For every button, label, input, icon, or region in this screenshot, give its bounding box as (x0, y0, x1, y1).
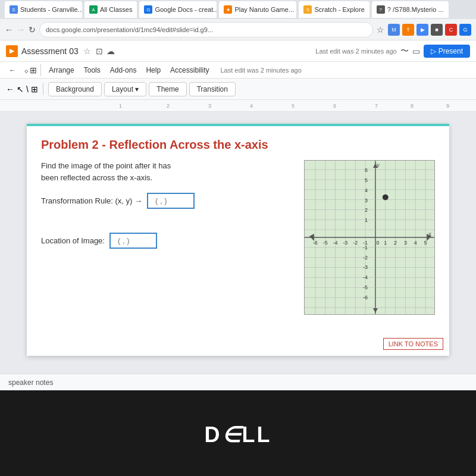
ruler-mark-3: 3 (208, 103, 211, 109)
svg-text:2: 2 (365, 207, 368, 213)
svg-text:6: 6 (365, 167, 368, 173)
svg-text:-6: -6 (363, 295, 368, 300)
bookmark-icon[interactable]: ☆ (377, 25, 384, 35)
tab-google-docs[interactable]: G Google Docs - creat... (139, 1, 217, 18)
svg-text:5: 5 (365, 177, 368, 183)
dell-e-letter: ∈ (222, 422, 242, 447)
tab-all-classes[interactable]: A All Classes (84, 1, 137, 18)
tab-favicon-scratch: S (303, 5, 312, 14)
grid-container: x y 1 2 3 4 5 6 -1 -2 -3 -4 (304, 160, 435, 315)
speaker-notes-bar[interactable]: speaker notes (0, 374, 476, 390)
ext-icon-3[interactable]: ▶ (416, 24, 428, 36)
toolbar-divider-1 (43, 83, 43, 95)
svg-text:-4: -4 (333, 240, 338, 246)
svg-text:-2: -2 (363, 255, 368, 261)
theme-button[interactable]: Theme (149, 82, 186, 96)
slides-app-bar: ▶ Assessment 03 ☆ ⊡ ☁ Last edit was 2 mi… (0, 40, 476, 62)
problem-line-1: Find the image of the point after it has (41, 161, 171, 170)
slides-title: Assessment 03 (21, 46, 79, 56)
layout-button[interactable]: Layout ▾ (104, 82, 146, 96)
ruler: 1 2 3 4 5 6 7 8 9 (0, 100, 476, 112)
link-to-notes-button[interactable]: LINK TO NOTES (383, 338, 443, 350)
url-bar[interactable]: docs.google.com/presentation/d/1mc94/edi… (39, 22, 373, 37)
slide-right: x y 1 2 3 4 5 6 -1 -2 -3 -4 (304, 160, 435, 315)
tab-bar: S Students - Granville... A All Classes … (0, 0, 476, 19)
location-row: Location of Image: ( , ) (41, 233, 292, 249)
slides-logo: ▶ (6, 45, 18, 57)
tab-label-scratch: Scratch - Explore (314, 6, 364, 13)
last-edit-text: Last edit was 2 minutes ago (315, 48, 396, 55)
url-text: docs.google.com/presentation/d/1mc94/edi… (46, 26, 213, 33)
ext-icon-6[interactable]: G (459, 24, 471, 36)
menu-help[interactable]: Help (142, 64, 165, 76)
svg-text:-5: -5 (363, 284, 368, 290)
menu-addons[interactable]: Add-ons (106, 64, 141, 76)
svg-text:1: 1 (365, 217, 368, 223)
ext-icon-2[interactable]: T (402, 24, 414, 36)
menu-toolbar-icon[interactable]: ← (5, 64, 20, 76)
svg-text:-6: -6 (313, 240, 318, 246)
svg-text:-2: -2 (353, 240, 358, 246)
plus-box-icon[interactable]: ⊞ (31, 84, 38, 94)
tab-label-docs: Google Docs - creat... (155, 6, 217, 13)
present-button[interactable]: ▷ Present (424, 45, 470, 58)
svg-text:4: 4 (365, 187, 368, 193)
slides-folder-icon[interactable]: ⊡ (96, 46, 103, 56)
transformation-answer: ( , ) (155, 196, 167, 205)
dell-area: D∈LL (0, 390, 476, 476)
slides-star-icon[interactable]: ☆ (83, 46, 91, 56)
svg-text:0: 0 (376, 240, 379, 246)
location-answer: ( , ) (118, 236, 130, 245)
data-point (383, 195, 389, 201)
location-label: Location of Image: (41, 236, 105, 245)
transformation-answer-box[interactable]: ( , ) (147, 193, 195, 209)
ext-icon-1[interactable]: M (388, 24, 400, 36)
tab-favicon-docs: G (144, 5, 152, 14)
slides-toolbar: ← ↖ \ ⊞ Background Layout ▾ Theme Transi… (0, 79, 476, 100)
screen-icon: ▭ (412, 46, 420, 56)
svg-text:2: 2 (394, 240, 397, 246)
transformation-label: Transformation Rule: (x, y) → (41, 196, 142, 205)
ext-icon-4[interactable]: ■ (431, 24, 443, 36)
menu-accessibility[interactable]: Accessibility (166, 64, 213, 76)
transition-button[interactable]: Transition (189, 82, 236, 96)
ruler-mark-5: 5 (292, 103, 295, 109)
ext-icon-5[interactable]: C (445, 24, 457, 36)
tab-favicon-classes: A (89, 5, 98, 14)
menu-tools[interactable]: Tools (80, 64, 105, 76)
tab-label-students: Students - Granville... (20, 6, 82, 13)
tab-naruto[interactable]: ★ Play Naruto Game... (219, 1, 296, 18)
ruler-mark-8: 8 (411, 103, 414, 109)
back-arrow-icon: ← (9, 66, 16, 74)
tab-mysterio[interactable]: ? ? /S788.Mysterio ... (372, 1, 449, 18)
menu-plus-icon[interactable]: ⊞ (30, 65, 37, 75)
menu-arrange[interactable]: Arrange (45, 64, 79, 76)
tab-students[interactable]: S Students - Granville... (5, 1, 82, 18)
tab-favicon-mysterio: ? (377, 5, 385, 14)
speaker-notes-label: speaker notes (8, 378, 53, 387)
dell-logo: D∈LL (205, 422, 272, 447)
ruler-mark-7: 7 (375, 103, 378, 109)
svg-text:-3: -3 (363, 265, 368, 271)
slides-icons: ⊡ ☁ (96, 46, 115, 56)
slash-icon: \ (26, 84, 29, 94)
slides-cloud-icon[interactable]: ☁ (107, 46, 115, 56)
tab-scratch[interactable]: S Scratch - Explore (299, 1, 369, 18)
back-icon[interactable]: ← (5, 25, 13, 35)
ruler-mark-4: 4 (250, 103, 253, 109)
present-label: Present (439, 47, 463, 55)
background-button[interactable]: Background (48, 82, 102, 96)
tab-favicon-naruto: ★ (224, 5, 232, 14)
menu-bar: ← ⬦ ⊞ Arrange Tools Add-ons Help Accessi… (0, 62, 476, 79)
svg-text:1: 1 (384, 240, 387, 246)
problem-text: Find the image of the point after it has… (41, 160, 292, 183)
ruler-mark-1: 1 (119, 103, 122, 109)
ruler-mark-6: 6 (333, 103, 336, 109)
svg-text:-5: -5 (323, 240, 328, 246)
slide-body: Find the image of the point after it has… (41, 160, 435, 315)
location-answer-box[interactable]: ( , ) (109, 233, 157, 249)
menu-divider (40, 64, 41, 76)
forward-icon[interactable]: → (17, 25, 25, 35)
refresh-icon[interactable]: ↻ (29, 25, 36, 35)
undo-icon[interactable]: ← (6, 84, 14, 94)
